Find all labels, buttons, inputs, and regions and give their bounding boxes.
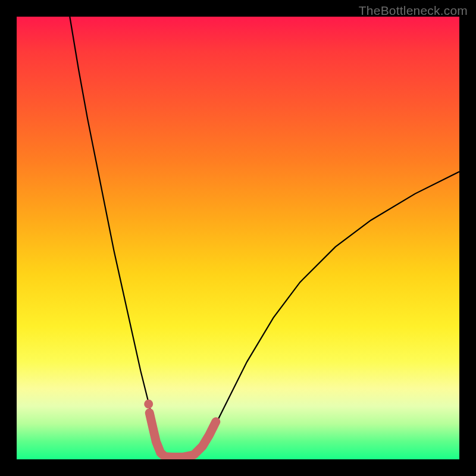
watermark-text: TheBottleneck.com (359, 4, 468, 18)
highlight-dot (144, 400, 153, 409)
chart-frame: TheBottleneck.com (0, 0, 476, 476)
bottleneck-curve (70, 17, 459, 457)
highlight-segment (149, 413, 216, 457)
plot-area (17, 17, 459, 459)
curve-svg (17, 17, 459, 459)
